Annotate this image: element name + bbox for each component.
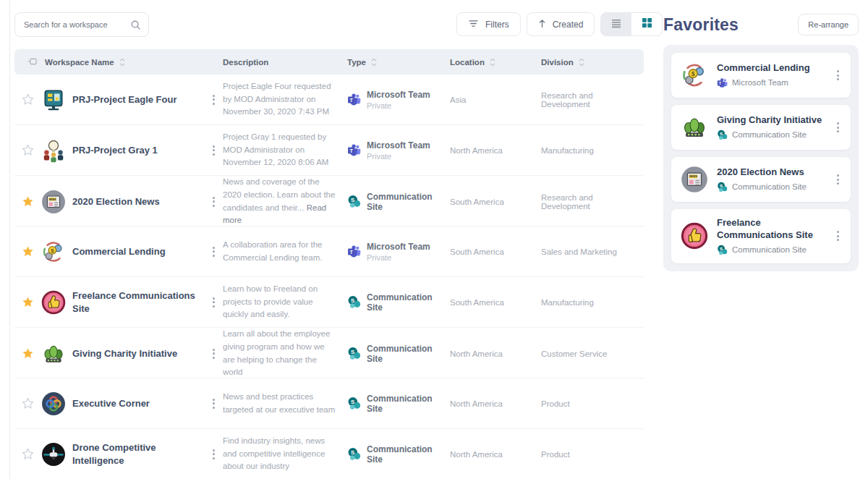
workspace-type-cell: T Microsoft Team Private (347, 242, 450, 262)
favorite-card-title: Freelance Communications Site (717, 217, 826, 242)
workspace-avatar: NEWS (680, 165, 709, 194)
row-menu-kebab-icon[interactable] (204, 244, 223, 260)
favorite-card[interactable]: Freelance Communications Site S Communic… (671, 209, 851, 263)
table-row[interactable]: PRJ-Project Eagle Four Project Eagle Fou… (14, 75, 644, 125)
svg-text:T: T (719, 81, 722, 85)
svg-text:S: S (351, 197, 354, 203)
sort-icon (119, 58, 125, 67)
favorite-star[interactable] (14, 296, 41, 308)
svg-text:S: S (351, 297, 354, 304)
privacy-label: Private (367, 253, 430, 262)
row-menu-kebab-icon[interactable] (204, 446, 223, 462)
workspace-name-link[interactable]: PRJ-Project Gray 1 (72, 144, 204, 157)
column-header-workspace-name[interactable]: Workspace Name (41, 58, 223, 67)
column-header-type[interactable]: Type (347, 58, 450, 67)
favorite-star[interactable] (14, 245, 41, 258)
workspace-description: News and best practices targeted at our … (223, 391, 347, 417)
row-menu-kebab-icon[interactable] (204, 92, 223, 108)
svg-text:T: T (349, 148, 353, 154)
filters-button[interactable]: Filters (456, 12, 521, 36)
favorite-card-title: Giving Charity Initiative (717, 114, 826, 127)
favorite-star[interactable] (14, 397, 41, 410)
favorite-star[interactable] (14, 448, 41, 460)
sort-icon (579, 58, 584, 67)
workspace-table-body: PRJ-Project Eagle Four Project Eagle Fou… (14, 75, 644, 479)
svg-text:NEWS: NEWS (689, 175, 698, 178)
workspace-name-link[interactable]: Giving Charity Initiative (72, 347, 204, 360)
workspace-division: Manufacturing (541, 146, 644, 155)
workspace-description: Learn all about the employee giving prog… (223, 328, 347, 379)
row-menu-kebab-icon[interactable] (204, 143, 223, 158)
card-menu-kebab-icon[interactable] (834, 171, 842, 187)
favorite-star[interactable] (14, 144, 41, 156)
favorite-star[interactable] (14, 347, 41, 360)
list-view-button[interactable] (601, 13, 631, 35)
favorite-star[interactable] (14, 195, 41, 208)
workspace-name-link[interactable]: PRJ-Project Eagle Four (72, 93, 204, 106)
card-menu-kebab-icon[interactable] (834, 67, 842, 83)
search-input[interactable] (24, 20, 130, 29)
workspace-avatar (41, 391, 67, 417)
table-row[interactable]: PRJ-Project Gray 1 Project Gray 1 reques… (14, 125, 644, 176)
column-header-location[interactable]: Location (450, 58, 541, 67)
table-row[interactable]: $ Commercial Lending A collaboration are… (14, 226, 644, 277)
svg-text:T: T (349, 98, 353, 103)
type-icon: T (347, 245, 361, 258)
rearrange-button[interactable]: Re-arrange (798, 14, 859, 35)
type-icon: S (347, 397, 361, 410)
type-label: Microsoft Team (367, 140, 430, 151)
type-label: Communication Site (367, 344, 444, 364)
workspace-location: South America (450, 298, 541, 307)
svg-text:$: $ (51, 247, 54, 253)
workspace-avatar: NEWS (41, 189, 67, 215)
workspace-name-link[interactable]: Commercial Lending (72, 245, 204, 258)
table-row[interactable]: Drone Competitive Intelligence Find indu… (14, 429, 644, 479)
sort-label: Created (553, 20, 584, 30)
filters-label: Filters (485, 20, 509, 30)
sort-created-button[interactable]: Created (527, 12, 595, 36)
column-header-division[interactable]: Division (541, 58, 644, 67)
workspace-division: Research and Development (541, 91, 644, 109)
table-header: Workspace Name Description Type Location… (14, 49, 644, 75)
svg-text:NEWS: NEWS (49, 198, 57, 200)
workspace-avatar (41, 441, 67, 467)
table-row[interactable]: Freelance Communications Site Learn how … (14, 277, 644, 328)
row-menu-kebab-icon[interactable] (204, 396, 223, 412)
workspace-avatar (41, 289, 67, 315)
table-row[interactable]: NEWS 2020 Election News News and coverag… (14, 176, 644, 226)
favorite-card[interactable]: Giving Charity Initiative S Communicatio… (671, 105, 851, 150)
favorite-card[interactable]: NEWS 2020 Election News S Communication … (671, 157, 851, 202)
workspace-location: North America (450, 146, 541, 155)
workspace-name-link[interactable]: Freelance Communications Site (72, 289, 204, 315)
workspace-location: Asia (450, 96, 541, 104)
table-row[interactable]: Executive Corner News and best practices… (14, 378, 644, 429)
type-icon: S (717, 130, 728, 140)
favorites-panel: Favorites Re-arrange $ Commercial Lendin… (663, 0, 859, 271)
pin-columns-icon[interactable] (27, 58, 39, 67)
read-more-link[interactable]: Read more (223, 203, 326, 225)
type-icon: S (717, 182, 728, 192)
card-menu-kebab-icon[interactable] (834, 228, 842, 244)
workspace-name-link[interactable]: 2020 Election News (72, 195, 204, 208)
favorite-card[interactable]: $ Commercial Lending T Microsoft Team (671, 53, 851, 98)
workspace-avatar (680, 221, 709, 250)
privacy-label: Private (367, 152, 430, 161)
workspace-name-link[interactable]: Drone Competitive Intelligence (72, 441, 204, 467)
row-menu-kebab-icon[interactable] (204, 346, 223, 362)
svg-text:S: S (351, 449, 354, 456)
workspace-division: Research and Development (541, 193, 644, 211)
type-label: Communication Site (732, 130, 807, 139)
workspace-type-cell: S Communication Site (347, 444, 450, 465)
left-divider (9, 0, 10, 479)
workspace-location: North America (450, 349, 541, 358)
workspace-division: Customer Service (541, 349, 644, 358)
row-menu-kebab-icon[interactable] (204, 294, 223, 310)
table-row[interactable]: Giving Charity Initiative Learn all abou… (14, 328, 644, 378)
grid-view-button[interactable] (631, 13, 662, 35)
card-menu-kebab-icon[interactable] (834, 119, 842, 135)
type-icon: T (717, 77, 728, 88)
row-menu-kebab-icon[interactable] (204, 194, 223, 210)
workspace-name-link[interactable]: Executive Corner (72, 397, 204, 410)
type-label: Microsoft Team (732, 78, 788, 87)
favorite-star[interactable] (14, 93, 41, 106)
